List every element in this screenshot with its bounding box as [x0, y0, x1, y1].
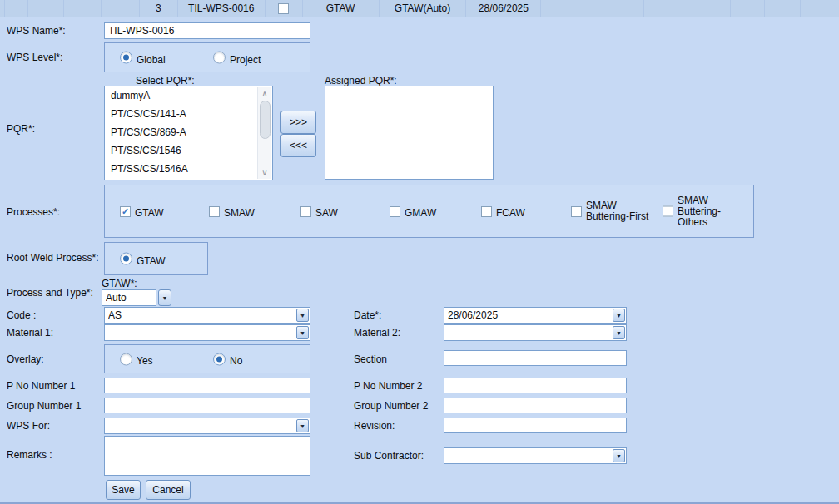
- saw-checkbox[interactable]: [300, 206, 311, 217]
- move-left-button[interactable]: <<<: [280, 134, 316, 157]
- wps-name-input[interactable]: [104, 22, 310, 39]
- processes-label: Processes*:: [7, 206, 60, 218]
- root-weld-option-gtaw[interactable]: GTAW: [120, 253, 166, 265]
- process-option-saw[interactable]: SAW: [300, 205, 338, 217]
- wps-for-label: WPS For:: [7, 420, 50, 432]
- process-type-sub-label: GTAW*:: [102, 278, 137, 289]
- grid-cell: [5, 0, 28, 17]
- grid-cell-serial: 3: [140, 0, 178, 17]
- revision-input[interactable]: [444, 418, 627, 433]
- date-dropdown[interactable]: 28/06/2025 ▼: [444, 307, 627, 324]
- process-option-fcaw[interactable]: FCAW: [481, 205, 525, 217]
- p-no-number-2-input[interactable]: [444, 378, 627, 393]
- revision-label: Revision:: [354, 420, 395, 432]
- scrollbar-thumb[interactable]: [260, 101, 271, 139]
- material2-dropdown[interactable]: ▼: [444, 324, 627, 341]
- sub-contractor-dropdown-arrow-icon[interactable]: ▼: [613, 449, 625, 462]
- pqr-list-item[interactable]: PT/SS/CS/1546A: [105, 160, 272, 178]
- section-label: Section: [354, 353, 387, 365]
- fcaw-checkbox[interactable]: [481, 206, 492, 217]
- project-radio-label: Project: [230, 53, 261, 65]
- assigned-pqr-listbox[interactable]: [325, 86, 494, 180]
- grid-cell-select: [266, 0, 303, 17]
- scroll-down-icon[interactable]: ∨: [258, 166, 271, 179]
- remarks-textarea[interactable]: [104, 436, 310, 476]
- date-label: Date*:: [354, 309, 381, 321]
- process-option-gmaw[interactable]: GMAW: [390, 205, 436, 217]
- overlay-no-radio[interactable]: [213, 353, 226, 365]
- gtaw-checkbox-label: GTAW: [135, 207, 164, 219]
- group-number-2-input[interactable]: [444, 398, 627, 413]
- project-radio[interactable]: [213, 52, 226, 64]
- move-right-button[interactable]: >>>: [280, 111, 316, 134]
- process-option-gtaw[interactable]: GTAW: [120, 205, 164, 217]
- overlay-option-yes[interactable]: Yes: [120, 353, 153, 365]
- fcaw-checkbox-label: FCAW: [496, 207, 525, 219]
- pqr-list-item[interactable]: PT/SS/CS/1546: [105, 141, 272, 160]
- grid-cell: [765, 0, 801, 17]
- root-weld-panel: GTAW: [104, 242, 208, 275]
- select-pqr-listbox[interactable]: dummyA PT/CS/CS/141-A PT/CS/CS/869-A PT/…: [104, 86, 273, 180]
- material1-dropdown[interactable]: ▼: [104, 324, 310, 341]
- listbox-scrollbar[interactable]: ∧ ∨: [257, 87, 271, 179]
- wps-level-panel: Global Project: [104, 42, 310, 72]
- code-value: AS: [108, 309, 293, 321]
- section-input[interactable]: [444, 350, 627, 366]
- code-dropdown-arrow-icon[interactable]: ▼: [296, 309, 309, 322]
- smaw-buttering-first-checkbox[interactable]: [571, 206, 582, 217]
- code-dropdown[interactable]: AS ▼: [104, 307, 310, 324]
- root-weld-gtaw-label: GTAW: [137, 254, 166, 266]
- wps-for-dropdown-arrow-icon[interactable]: ▼: [296, 419, 309, 432]
- scroll-up-icon[interactable]: ∧: [258, 87, 271, 100]
- wps-level-option-project[interactable]: Project: [213, 52, 261, 64]
- sub-contractor-dropdown[interactable]: ▼: [444, 447, 627, 464]
- material2-dropdown-arrow-icon[interactable]: ▼: [613, 326, 625, 339]
- gtaw-checkbox[interactable]: [120, 206, 131, 217]
- wps-for-dropdown[interactable]: ▼: [104, 418, 310, 434]
- p-no-number-1-input[interactable]: [104, 378, 310, 393]
- process-option-smaw-buttering-first[interactable]: SMAW Buttering-First: [571, 200, 651, 222]
- grid-cell: [801, 0, 839, 17]
- remarks-label: Remarks :: [7, 449, 52, 461]
- material1-label: Material 1:: [7, 327, 53, 338]
- overlay-option-no[interactable]: No: [213, 353, 242, 365]
- group-number-1-input[interactable]: [104, 398, 310, 413]
- save-button[interactable]: Save: [106, 480, 141, 500]
- record-grid-row[interactable]: 3 TIL-WPS-0016 GTAW GTAW(Auto) 28/06/202…: [0, 0, 839, 17]
- grid-cell: [731, 0, 765, 17]
- smaw-buttering-others-label: SMAW Buttering-Others: [678, 195, 727, 228]
- p-no-number-1-label: P No Number 1: [7, 380, 75, 392]
- smaw-buttering-others-checkbox[interactable]: [663, 206, 673, 217]
- wps-level-option-global[interactable]: Global: [120, 52, 166, 64]
- smaw-checkbox[interactable]: [209, 206, 220, 217]
- process-option-smaw-buttering-others[interactable]: SMAW Buttering-Others: [663, 195, 727, 228]
- process-type-dropdown[interactable]: Auto: [102, 289, 156, 306]
- cancel-button[interactable]: Cancel: [146, 480, 191, 500]
- process-type-dropdown-arrow-icon[interactable]: ▼: [158, 289, 171, 306]
- date-dropdown-arrow-icon[interactable]: ▼: [613, 309, 625, 322]
- process-option-smaw[interactable]: SMAW: [209, 205, 255, 217]
- row-select-checkbox[interactable]: [278, 3, 289, 14]
- pqr-list-item[interactable]: dummyA: [105, 86, 272, 105]
- smaw-checkbox-label: SMAW: [224, 207, 255, 219]
- global-radio[interactable]: [120, 52, 132, 64]
- gmaw-checkbox[interactable]: [390, 206, 400, 217]
- material2-label: Material 2:: [354, 327, 400, 338]
- sub-contractor-label: Sub Contractor:: [354, 450, 424, 462]
- pqr-list-item[interactable]: PT/CS/CS/141-A: [105, 105, 272, 123]
- material1-dropdown-arrow-icon[interactable]: ▼: [296, 326, 309, 339]
- wps-level-label: WPS Level*:: [7, 52, 62, 63]
- p-no-number-2-label: P No Number 2: [354, 380, 422, 392]
- root-weld-gtaw-radio[interactable]: [120, 253, 132, 265]
- process-and-type-label: Process and Type*:: [7, 287, 93, 299]
- grid-cell-wps-name: TIL-WPS-0016: [178, 0, 266, 17]
- wps-form-page: 3 TIL-WPS-0016 GTAW GTAW(Auto) 28/06/202…: [0, 0, 839, 504]
- saw-checkbox-label: SAW: [315, 207, 338, 219]
- chevron-down-icon: ▼: [162, 295, 168, 301]
- overlay-no-label: No: [230, 355, 242, 367]
- overlay-panel: Yes No: [104, 344, 310, 373]
- processes-panel: GTAW SMAW SAW GMAW FCAW SMAW Buttering-F…: [104, 185, 754, 238]
- grid-cell: [644, 0, 731, 17]
- overlay-yes-radio[interactable]: [120, 353, 132, 365]
- pqr-list-item[interactable]: PT/CS/CS/869-A: [105, 123, 272, 141]
